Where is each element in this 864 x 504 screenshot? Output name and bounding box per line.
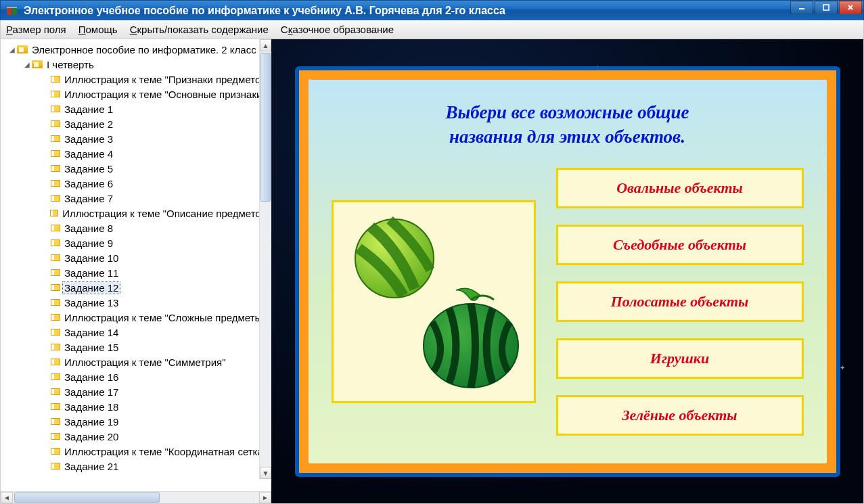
window-titlebar: Электронное учебное пособие по информати… (0, 0, 864, 20)
folder-open-icon (17, 45, 28, 53)
scroll-up-button[interactable]: ▲ (260, 39, 271, 51)
page-icon (51, 299, 60, 306)
tree-item-label: Иллюстрация к теме "Сложные предметы" (63, 312, 267, 323)
page-icon (51, 135, 60, 142)
tree-item-label: Задание 17 (63, 386, 120, 398)
sidebar: ◢Электронное пособие по информатике. 2 к… (1, 39, 271, 503)
tree-item-label: Задание 19 (63, 416, 120, 428)
tree-item[interactable]: Задание 6 (3, 176, 271, 191)
page-icon (51, 418, 60, 425)
tree-item[interactable]: Иллюстрация к теме "Сложные предметы" (3, 310, 271, 325)
tree-item[interactable]: Иллюстрация к теме "Признаки предметов" (3, 72, 271, 87)
page-icon (51, 463, 60, 469)
scroll-thumb-vertical[interactable] (260, 53, 271, 202)
tree-item[interactable]: Иллюстрация к теме "Основные признаки" (3, 87, 271, 101)
main-area: ◢Электронное пособие по информатике. 2 к… (0, 39, 864, 504)
tree-item-label: Задание 1 (63, 104, 114, 115)
page-icon (51, 388, 60, 395)
tree-item-label: Задание 12 (63, 282, 120, 294)
minimize-button[interactable] (790, 1, 813, 14)
tree-item[interactable]: ◢Электронное пособие по информатике. 2 к… (3, 42, 271, 57)
app-icon (6, 5, 18, 17)
tree-item[interactable]: Задание 11 (3, 265, 271, 280)
tree-item[interactable]: Задание 3 (3, 131, 271, 146)
close-button[interactable] (839, 1, 862, 14)
tree-item-label: Задание 16 (63, 371, 120, 383)
watermelon-icon (415, 285, 524, 393)
tree-item-label: Задание 5 (63, 163, 114, 175)
tree-item[interactable]: Задание 13 (3, 295, 271, 310)
tree-item-label: Задание 10 (63, 252, 120, 264)
tree-item[interactable]: Задание 1 (3, 101, 271, 116)
menu-item[interactable]: Помощь (78, 24, 118, 35)
page-icon (51, 239, 60, 246)
tree-item[interactable]: ◢I четверть (3, 57, 271, 72)
page-icon (51, 120, 60, 127)
page-icon (51, 329, 60, 336)
tree-item-label: Задание 13 (63, 297, 120, 308)
window-title: Электронное учебное пособие по информати… (24, 5, 505, 17)
tree-item-label: Иллюстрация к теме "Основные признаки" (63, 89, 267, 100)
objects-box (332, 200, 536, 403)
menu-item[interactable]: Сказочное образование (281, 24, 394, 35)
slide: Выбери все возможные общие названия для … (309, 80, 827, 463)
tree-item[interactable]: Задание 14 (3, 325, 271, 340)
options-list: Овальные объектыСъедобные объектыПолосат… (556, 166, 804, 445)
tree-item[interactable]: Иллюстрация к теме "Симметрия" (3, 354, 271, 369)
page-icon (51, 344, 60, 350)
page-icon (51, 314, 60, 321)
tree-item[interactable]: Задание 12 (3, 280, 271, 295)
page-icon (51, 448, 60, 455)
answer-option[interactable]: Игрушки (556, 338, 804, 379)
menu-item[interactable]: Размер поля (6, 24, 66, 35)
menubar: Размер поляПомощьСкрыть/показать содержа… (0, 20, 864, 39)
page-icon (51, 284, 60, 291)
page-icon (51, 254, 60, 261)
answer-option[interactable]: Полосатые объекты (556, 281, 804, 322)
contents-tree: ◢Электронное пособие по информатике. 2 к… (1, 39, 271, 474)
menu-item[interactable]: Скрыть/показать содержание (130, 24, 269, 35)
page-icon (51, 269, 60, 276)
tree-item[interactable]: Иллюстрация к теме "Координатная сетка" (3, 444, 271, 459)
tree-item-label: Задание 8 (63, 223, 114, 234)
tree-item[interactable]: Задание 10 (3, 250, 271, 265)
tree-item[interactable]: Задание 9 (3, 235, 271, 250)
tree-item-label: Иллюстрация к теме "Описание предметов" (61, 208, 271, 219)
maximize-button[interactable] (815, 1, 838, 14)
answer-option[interactable]: Зелёные объекты (556, 395, 804, 436)
answer-option[interactable]: Овальные объекты (556, 168, 804, 208)
tree-item[interactable]: Иллюстрация к теме "Описание предметов" (3, 206, 271, 221)
page-icon (51, 150, 60, 157)
tree-item[interactable]: Задание 21 (3, 459, 271, 474)
tree-item[interactable]: Задание 18 (3, 399, 271, 414)
scroll-left-button[interactable]: ◄ (1, 492, 13, 503)
tree-item[interactable]: Задание 17 (3, 384, 271, 399)
page-icon (51, 195, 60, 202)
page-icon (51, 91, 60, 97)
tree-item-label: Иллюстрация к теме "Координатная сетка" (63, 446, 268, 457)
answer-option[interactable]: Съедобные объекты (556, 225, 804, 265)
scroll-right-button[interactable]: ► (259, 492, 271, 503)
tree-item[interactable]: Задание 8 (3, 221, 271, 235)
sidebar-vertical-scrollbar[interactable]: ▲ ▼ (259, 39, 271, 479)
scroll-down-button[interactable]: ▼ (260, 467, 271, 479)
page-icon (50, 210, 59, 216)
tree-item-label: Задание 4 (63, 148, 114, 160)
tree-item[interactable]: Задание 20 (3, 429, 271, 444)
tree-item[interactable]: Задание 19 (3, 414, 271, 429)
page-icon (51, 359, 60, 365)
page-icon (51, 76, 60, 83)
sidebar-horizontal-scrollbar[interactable]: ◄ ► (1, 491, 271, 503)
content-pane: ✦· ·· ·✦ Выбери все возможные общие назв… (271, 39, 863, 503)
tree-item[interactable]: Задание 2 (3, 116, 271, 131)
tree-item[interactable]: Задание 5 (3, 161, 271, 176)
tree-item-label: Задание 21 (63, 461, 120, 472)
svg-rect-3 (799, 8, 804, 9)
tree-item[interactable]: Задание 15 (3, 340, 271, 354)
tree-item[interactable]: Задание 16 (3, 369, 271, 384)
tree-item-label: Задание 2 (63, 118, 114, 130)
tree-item[interactable]: Задание 7 (3, 191, 271, 206)
tree-item[interactable]: Задание 4 (3, 146, 271, 161)
page-icon (51, 106, 60, 112)
scroll-thumb-horizontal[interactable] (14, 492, 160, 503)
